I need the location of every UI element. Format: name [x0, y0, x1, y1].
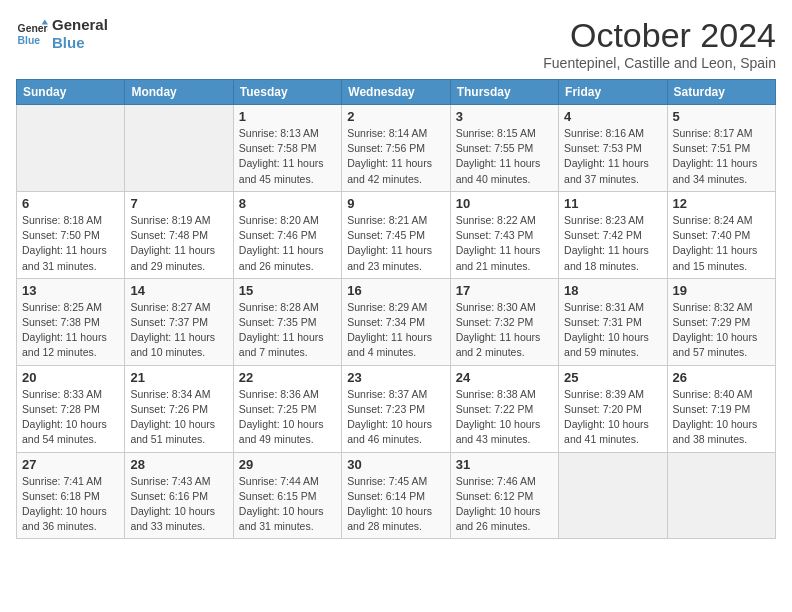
calendar-cell: 26Sunrise: 8:40 AMSunset: 7:19 PMDayligh… [667, 365, 775, 452]
calendar-cell: 19Sunrise: 8:32 AMSunset: 7:29 PMDayligh… [667, 278, 775, 365]
day-detail: Sunrise: 8:17 AMSunset: 7:51 PMDaylight:… [673, 126, 770, 187]
calendar-week-1: 1Sunrise: 8:13 AMSunset: 7:58 PMDaylight… [17, 105, 776, 192]
day-detail: Sunrise: 8:34 AMSunset: 7:26 PMDaylight:… [130, 387, 227, 448]
day-detail: Sunrise: 8:28 AMSunset: 7:35 PMDaylight:… [239, 300, 336, 361]
day-number: 27 [22, 457, 119, 472]
day-number: 29 [239, 457, 336, 472]
day-number: 5 [673, 109, 770, 124]
day-detail: Sunrise: 8:25 AMSunset: 7:38 PMDaylight:… [22, 300, 119, 361]
day-number: 30 [347, 457, 444, 472]
day-detail: Sunrise: 8:20 AMSunset: 7:46 PMDaylight:… [239, 213, 336, 274]
day-detail: Sunrise: 8:24 AMSunset: 7:40 PMDaylight:… [673, 213, 770, 274]
calendar-cell: 3Sunrise: 8:15 AMSunset: 7:55 PMDaylight… [450, 105, 558, 192]
day-detail: Sunrise: 7:43 AMSunset: 6:16 PMDaylight:… [130, 474, 227, 535]
day-number: 22 [239, 370, 336, 385]
day-number: 15 [239, 283, 336, 298]
logo-blue: Blue [52, 34, 108, 52]
calendar-cell: 15Sunrise: 8:28 AMSunset: 7:35 PMDayligh… [233, 278, 341, 365]
day-number: 28 [130, 457, 227, 472]
calendar-cell: 20Sunrise: 8:33 AMSunset: 7:28 PMDayligh… [17, 365, 125, 452]
day-detail: Sunrise: 8:38 AMSunset: 7:22 PMDaylight:… [456, 387, 553, 448]
calendar-cell: 9Sunrise: 8:21 AMSunset: 7:45 PMDaylight… [342, 191, 450, 278]
day-detail: Sunrise: 8:14 AMSunset: 7:56 PMDaylight:… [347, 126, 444, 187]
calendar-table: SundayMondayTuesdayWednesdayThursdayFrid… [16, 79, 776, 539]
day-number: 14 [130, 283, 227, 298]
logo: General Blue General Blue [16, 16, 108, 52]
calendar-cell: 5Sunrise: 8:17 AMSunset: 7:51 PMDaylight… [667, 105, 775, 192]
calendar-cell: 18Sunrise: 8:31 AMSunset: 7:31 PMDayligh… [559, 278, 667, 365]
day-detail: Sunrise: 8:36 AMSunset: 7:25 PMDaylight:… [239, 387, 336, 448]
calendar-week-4: 20Sunrise: 8:33 AMSunset: 7:28 PMDayligh… [17, 365, 776, 452]
calendar-cell: 22Sunrise: 8:36 AMSunset: 7:25 PMDayligh… [233, 365, 341, 452]
calendar-cell: 2Sunrise: 8:14 AMSunset: 7:56 PMDaylight… [342, 105, 450, 192]
day-number: 12 [673, 196, 770, 211]
col-header-wednesday: Wednesday [342, 80, 450, 105]
day-number: 10 [456, 196, 553, 211]
day-detail: Sunrise: 8:30 AMSunset: 7:32 PMDaylight:… [456, 300, 553, 361]
day-detail: Sunrise: 8:39 AMSunset: 7:20 PMDaylight:… [564, 387, 661, 448]
location-subtitle: Fuentepinel, Castille and Leon, Spain [543, 55, 776, 71]
calendar-cell: 31Sunrise: 7:46 AMSunset: 6:12 PMDayligh… [450, 452, 558, 539]
day-detail: Sunrise: 8:33 AMSunset: 7:28 PMDaylight:… [22, 387, 119, 448]
day-detail: Sunrise: 7:45 AMSunset: 6:14 PMDaylight:… [347, 474, 444, 535]
calendar-cell [559, 452, 667, 539]
day-detail: Sunrise: 8:23 AMSunset: 7:42 PMDaylight:… [564, 213, 661, 274]
calendar-cell: 27Sunrise: 7:41 AMSunset: 6:18 PMDayligh… [17, 452, 125, 539]
day-number: 7 [130, 196, 227, 211]
calendar-cell: 7Sunrise: 8:19 AMSunset: 7:48 PMDaylight… [125, 191, 233, 278]
calendar-cell: 16Sunrise: 8:29 AMSunset: 7:34 PMDayligh… [342, 278, 450, 365]
day-number: 11 [564, 196, 661, 211]
calendar-cell: 8Sunrise: 8:20 AMSunset: 7:46 PMDaylight… [233, 191, 341, 278]
day-detail: Sunrise: 7:46 AMSunset: 6:12 PMDaylight:… [456, 474, 553, 535]
calendar-cell: 1Sunrise: 8:13 AMSunset: 7:58 PMDaylight… [233, 105, 341, 192]
day-number: 25 [564, 370, 661, 385]
svg-marker-2 [42, 20, 48, 25]
day-number: 2 [347, 109, 444, 124]
day-number: 9 [347, 196, 444, 211]
day-detail: Sunrise: 8:32 AMSunset: 7:29 PMDaylight:… [673, 300, 770, 361]
calendar-cell: 11Sunrise: 8:23 AMSunset: 7:42 PMDayligh… [559, 191, 667, 278]
month-title: October 2024 [543, 16, 776, 55]
day-number: 19 [673, 283, 770, 298]
day-detail: Sunrise: 8:22 AMSunset: 7:43 PMDaylight:… [456, 213, 553, 274]
day-detail: Sunrise: 8:27 AMSunset: 7:37 PMDaylight:… [130, 300, 227, 361]
calendar-cell: 14Sunrise: 8:27 AMSunset: 7:37 PMDayligh… [125, 278, 233, 365]
day-detail: Sunrise: 8:37 AMSunset: 7:23 PMDaylight:… [347, 387, 444, 448]
calendar-cell [125, 105, 233, 192]
day-number: 1 [239, 109, 336, 124]
col-header-thursday: Thursday [450, 80, 558, 105]
calendar-cell [17, 105, 125, 192]
day-detail: Sunrise: 8:13 AMSunset: 7:58 PMDaylight:… [239, 126, 336, 187]
day-detail: Sunrise: 8:21 AMSunset: 7:45 PMDaylight:… [347, 213, 444, 274]
calendar-header: SundayMondayTuesdayWednesdayThursdayFrid… [17, 80, 776, 105]
day-number: 17 [456, 283, 553, 298]
day-number: 21 [130, 370, 227, 385]
calendar-cell: 21Sunrise: 8:34 AMSunset: 7:26 PMDayligh… [125, 365, 233, 452]
page-header: General Blue General Blue October 2024 F… [16, 16, 776, 71]
day-number: 16 [347, 283, 444, 298]
col-header-saturday: Saturday [667, 80, 775, 105]
day-number: 18 [564, 283, 661, 298]
calendar-cell: 24Sunrise: 8:38 AMSunset: 7:22 PMDayligh… [450, 365, 558, 452]
day-detail: Sunrise: 7:41 AMSunset: 6:18 PMDaylight:… [22, 474, 119, 535]
calendar-cell: 13Sunrise: 8:25 AMSunset: 7:38 PMDayligh… [17, 278, 125, 365]
calendar-cell: 23Sunrise: 8:37 AMSunset: 7:23 PMDayligh… [342, 365, 450, 452]
day-detail: Sunrise: 8:16 AMSunset: 7:53 PMDaylight:… [564, 126, 661, 187]
calendar-week-2: 6Sunrise: 8:18 AMSunset: 7:50 PMDaylight… [17, 191, 776, 278]
day-number: 13 [22, 283, 119, 298]
calendar-cell: 12Sunrise: 8:24 AMSunset: 7:40 PMDayligh… [667, 191, 775, 278]
calendar-cell: 29Sunrise: 7:44 AMSunset: 6:15 PMDayligh… [233, 452, 341, 539]
day-number: 3 [456, 109, 553, 124]
day-number: 26 [673, 370, 770, 385]
logo-icon: General Blue [16, 18, 48, 50]
calendar-cell: 4Sunrise: 8:16 AMSunset: 7:53 PMDaylight… [559, 105, 667, 192]
day-number: 8 [239, 196, 336, 211]
calendar-cell: 6Sunrise: 8:18 AMSunset: 7:50 PMDaylight… [17, 191, 125, 278]
calendar-cell: 30Sunrise: 7:45 AMSunset: 6:14 PMDayligh… [342, 452, 450, 539]
calendar-cell: 25Sunrise: 8:39 AMSunset: 7:20 PMDayligh… [559, 365, 667, 452]
day-detail: Sunrise: 8:40 AMSunset: 7:19 PMDaylight:… [673, 387, 770, 448]
col-header-sunday: Sunday [17, 80, 125, 105]
calendar-week-5: 27Sunrise: 7:41 AMSunset: 6:18 PMDayligh… [17, 452, 776, 539]
logo-general: General [52, 16, 108, 34]
col-header-friday: Friday [559, 80, 667, 105]
